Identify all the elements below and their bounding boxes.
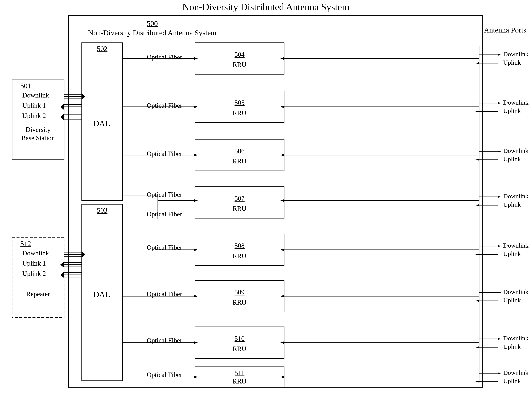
dau2-510-arrowhead (194, 341, 198, 344)
bs-uplink1: Uplink 1 (22, 102, 46, 109)
rep-uplink1-arrow (60, 262, 64, 268)
system-box (69, 16, 483, 387)
rru509-box (195, 280, 284, 312)
rru511-dl-text: Downlink (503, 369, 528, 376)
dau2-511-arrowhead (194, 376, 198, 378)
rru506-label: RRU (233, 158, 247, 165)
rru510-dl-arrow (498, 338, 501, 340)
rru511-label: RRU (233, 378, 247, 385)
rru504-box (195, 43, 284, 74)
dau1-506-arrowhead (194, 154, 198, 156)
fiber506-label: Optical Fiber (147, 150, 182, 158)
bs-id: 501 (20, 82, 31, 90)
rru509-dl-arrow (498, 291, 501, 293)
rru504-dl-arrow (498, 54, 501, 56)
antenna-ports-label: Antenna Ports (484, 26, 526, 34)
rru504-id: 504 (235, 51, 245, 58)
bs-label2: Base Station (21, 134, 55, 142)
rru509-uplink-arrowhead (280, 295, 284, 297)
fiber510-label: Optical Fiber (147, 337, 182, 344)
rru505-ul-arrow (475, 110, 479, 112)
rru507-uplink-arrowhead (280, 199, 284, 202)
rru511-dl-arrow (498, 372, 501, 374)
rru510-label: RRU (233, 345, 247, 352)
rru506-ul-text: Uplink (503, 156, 521, 163)
rru505-dl-text: Downlink (503, 99, 528, 106)
rru504-dl-text: Downlink (503, 51, 528, 58)
rep-downlink-arrow (82, 251, 85, 258)
rru505-id: 505 (235, 99, 245, 106)
rru508-dl-arrow (498, 245, 501, 247)
rru508-label: RRU (233, 252, 247, 260)
rru509-dl-text: Downlink (503, 288, 528, 295)
rep-uplink1: Uplink 1 (22, 260, 46, 267)
rru510-id: 510 (235, 335, 245, 342)
rru504-uplink-arrowhead (280, 57, 284, 60)
dau1-label: DAU (93, 119, 111, 128)
rru506-uplink-arrowhead (280, 154, 284, 156)
fiber508-label: Optical Fiber (147, 244, 182, 251)
rru504-ul-text: Uplink (503, 59, 521, 66)
rru507-ul-text: Uplink (503, 201, 521, 208)
diagram-title: Non-Diversity Distributed Antenna System (182, 2, 350, 12)
fiber504-label: Optical Fiber (147, 54, 182, 61)
rru509-ul-text: Uplink (503, 297, 521, 304)
rru510-box (195, 327, 284, 358)
rru509-id: 509 (235, 288, 245, 296)
rru509-label: RRU (233, 299, 247, 306)
rru506-dl-arrow (498, 150, 501, 152)
diagram: Non-Diversity Distributed Antenna System… (0, 0, 532, 395)
dau2-509-arrowhead (194, 295, 198, 297)
bs-downlink-arrow (82, 93, 85, 100)
rru511-ul-text: Uplink (503, 378, 521, 384)
dau1-505-arrowhead (194, 105, 198, 108)
rep-uplink2-arrow (60, 272, 64, 278)
rru505-dl-arrow (498, 102, 501, 104)
rru506-dl-text: Downlink (503, 147, 528, 154)
rru510-ul-text: Uplink (503, 343, 521, 350)
fiber507-label: Optical Fiber (147, 191, 182, 198)
rru506-box (195, 139, 284, 171)
bs-uplink1-arrow (60, 104, 64, 110)
rru505-label: RRU (233, 109, 247, 117)
rru508-dl-text: Downlink (503, 242, 528, 249)
rru507-dl-text: Downlink (503, 193, 528, 200)
bs-downlink: Downlink (22, 92, 49, 99)
rru510-dl-text: Downlink (503, 335, 528, 342)
rru506-ul-arrow (475, 159, 479, 161)
fiber509-label: Optical Fiber (147, 290, 182, 298)
rep-label: Repeater (26, 290, 50, 298)
fiber511-label: Optical Fiber (147, 371, 182, 379)
rru509-ul-arrow (475, 300, 479, 302)
dau2-508-arrowhead (194, 248, 198, 251)
rru508-box (195, 234, 284, 266)
rru507-box (195, 187, 284, 218)
fiber505-label: Optical Fiber (147, 102, 182, 109)
rru505-box (195, 91, 284, 123)
dau1-507-arrowhead (194, 199, 198, 202)
bs-label1: Diversity (26, 126, 50, 133)
system-id: 500 (147, 19, 158, 28)
rru508-uplink-arrowhead (280, 248, 284, 251)
rep-downlink: Downlink (22, 249, 49, 257)
rru505-uplink-arrowhead (280, 105, 284, 108)
bs-uplink2: Uplink 2 (22, 112, 46, 119)
dau2-id: 503 (97, 206, 108, 214)
rru504-label: RRU (233, 61, 247, 68)
repeater-id: 512 (20, 240, 31, 247)
bs-uplink2-arrow (60, 114, 64, 120)
dau1-id: 502 (97, 45, 108, 53)
rru511-ul-arrow (475, 381, 479, 383)
rru507-dl-arrow (498, 196, 501, 198)
rru505-ul-text: Uplink (503, 107, 521, 114)
rru507-id: 507 (235, 195, 245, 202)
rru506-id: 506 (235, 147, 245, 155)
rru511-uplink-arrowhead (280, 376, 284, 378)
rep-uplink2: Uplink 2 (22, 270, 46, 277)
rru504-ul-arrow (475, 62, 479, 64)
system-label: Non-Diversity Distributed Antenna System (88, 29, 217, 37)
rru510-uplink-arrowhead (280, 341, 284, 344)
rru508-ul-arrow (475, 253, 479, 255)
rru507-ul-arrow (475, 204, 479, 206)
rru508-ul-text: Uplink (503, 250, 521, 257)
